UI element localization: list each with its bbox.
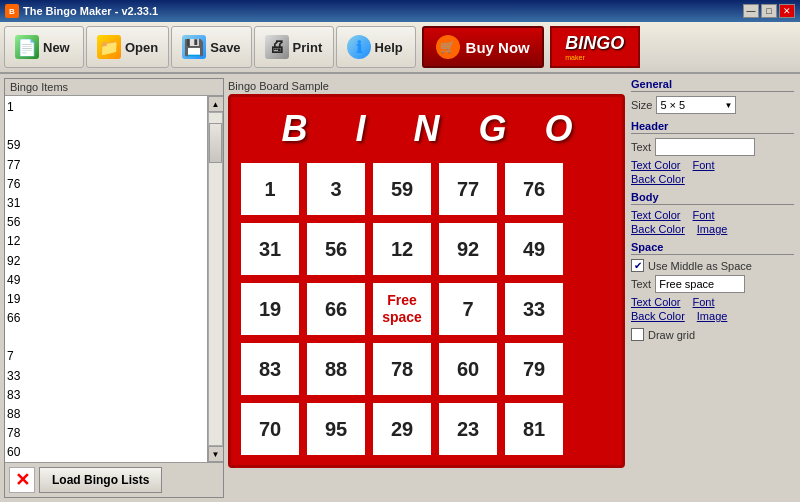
app-icon: B: [5, 4, 19, 18]
list-item[interactable]: 92: [7, 252, 205, 271]
bingo-cell: 29: [371, 401, 433, 457]
bingo-cell: 12: [371, 221, 433, 277]
bingo-cell: 19: [239, 281, 301, 337]
bingo-letter-i: I: [330, 105, 392, 153]
list-item[interactable]: 83: [7, 386, 205, 405]
list-item[interactable]: 31: [7, 194, 205, 213]
main-content: Bingo Items 1 59 77 76 31 56 12 92 49 19…: [0, 74, 800, 502]
scroll-thumb[interactable]: [209, 123, 222, 163]
body-back-color-link[interactable]: Back Color: [631, 223, 685, 235]
scroll-down-button[interactable]: ▼: [208, 446, 224, 462]
new-button[interactable]: 📄 New: [4, 26, 84, 68]
buy-now-icon: 🛒: [436, 35, 460, 59]
list-item[interactable]: 88: [7, 405, 205, 424]
list-item[interactable]: 60: [7, 443, 205, 462]
open-icon: 📁: [97, 35, 121, 59]
open-label: Open: [125, 40, 158, 55]
body-font-link[interactable]: Font: [693, 209, 715, 221]
bingo-letter-o: O: [528, 105, 590, 153]
window-controls[interactable]: — □ ✕: [743, 4, 795, 18]
list-item[interactable]: 76: [7, 175, 205, 194]
minimize-button[interactable]: —: [743, 4, 759, 18]
buy-now-button[interactable]: 🛒 Buy Now: [422, 26, 544, 68]
list-item[interactable]: 12: [7, 232, 205, 251]
board-sample-header: Bingo Board Sample: [228, 78, 625, 94]
body-text-color-link[interactable]: Text Color: [631, 209, 681, 221]
save-button[interactable]: 💾 Save: [171, 26, 251, 68]
bingo-cell: 81: [503, 401, 565, 457]
list-scrollbar[interactable]: ▲ ▼: [207, 96, 223, 462]
bingo-letter-g: G: [462, 105, 524, 153]
bingo-cell: 79: [503, 341, 565, 397]
list-item[interactable]: 49: [7, 271, 205, 290]
logo-sub: maker: [565, 54, 624, 61]
maximize-button[interactable]: □: [761, 4, 777, 18]
list-item[interactable]: [7, 328, 205, 347]
delete-icon: ✕: [15, 469, 30, 491]
list-item[interactable]: 78: [7, 424, 205, 443]
header-font-link[interactable]: Font: [693, 159, 715, 171]
space-text-color-font-row: Text Color Font: [631, 296, 794, 308]
body-section: Body Text Color Font Back Color Image: [631, 191, 794, 235]
draw-grid-row: Draw grid: [631, 328, 794, 341]
save-label: Save: [210, 40, 240, 55]
use-middle-space-checkbox[interactable]: ✔: [631, 259, 644, 272]
bingo-cell: 92: [437, 221, 499, 277]
draw-grid-label: Draw grid: [648, 329, 695, 341]
header-back-color-link[interactable]: Back Color: [631, 173, 685, 185]
list-item[interactable]: 66: [7, 309, 205, 328]
close-button[interactable]: ✕: [779, 4, 795, 18]
header-color-font-row: Text Color Font: [631, 159, 794, 171]
list-item[interactable]: 59: [7, 136, 205, 155]
size-value: 5 × 5: [660, 99, 685, 111]
use-middle-space-label: Use Middle as Space: [648, 260, 752, 272]
bingo-cell: 7: [437, 281, 499, 337]
list-item[interactable]: 1: [7, 98, 205, 117]
header-text-input[interactable]: [655, 138, 755, 156]
space-text-row: Text: [631, 275, 794, 293]
space-text-input[interactable]: [655, 275, 745, 293]
space-section-title: Space: [631, 241, 794, 255]
print-button[interactable]: 🖨 Print: [254, 26, 334, 68]
size-label: Size: [631, 99, 652, 111]
open-button[interactable]: 📁 Open: [86, 26, 169, 68]
list-item[interactable]: 19: [7, 290, 205, 309]
list-item[interactable]: 77: [7, 156, 205, 175]
bottom-bar: ✕ Load Bingo Lists: [5, 462, 223, 497]
body-image-link[interactable]: Image: [697, 223, 728, 235]
draw-grid-checkbox[interactable]: [631, 328, 644, 341]
bingo-letter-b: B: [264, 105, 326, 153]
bingo-row-3: 19 66 Free space 7 33: [239, 281, 614, 337]
list-item[interactable]: 33: [7, 367, 205, 386]
scroll-up-button[interactable]: ▲: [208, 96, 224, 112]
size-select[interactable]: 5 × 5 ▼: [656, 96, 736, 114]
toolbar: 📄 New 📁 Open 💾 Save 🖨 Print ℹ Help 🛒 Buy…: [0, 22, 800, 74]
body-back-color-image-row: Back Color Image: [631, 223, 794, 235]
size-row: Size 5 × 5 ▼: [631, 96, 794, 114]
space-font-link[interactable]: Font: [693, 296, 715, 308]
list-item[interactable]: 56: [7, 213, 205, 232]
help-button[interactable]: ℹ Help: [336, 26, 416, 68]
space-back-color-link[interactable]: Back Color: [631, 310, 685, 322]
space-image-link[interactable]: Image: [697, 310, 728, 322]
load-bingo-lists-button[interactable]: Load Bingo Lists: [39, 467, 162, 493]
scroll-track[interactable]: [208, 112, 223, 446]
list-item[interactable]: [7, 117, 205, 136]
space-text-color-link[interactable]: Text Color: [631, 296, 681, 308]
bingo-cell: 23: [437, 401, 499, 457]
bingo-logo: BINGO maker: [550, 26, 640, 68]
bingo-items-list[interactable]: 1 59 77 76 31 56 12 92 49 19 66 7 33 83 …: [5, 96, 207, 462]
bingo-cell: 95: [305, 401, 367, 457]
bingo-free-space-cell: Free space: [371, 281, 433, 337]
list-item[interactable]: 7: [7, 347, 205, 366]
header-text-color-link[interactable]: Text Color: [631, 159, 681, 171]
bingo-cell: 49: [503, 221, 565, 277]
bingo-cell: 78: [371, 341, 433, 397]
bingo-board: B I N G O 1 3 59 77 76 31 56 12 92 49: [228, 94, 625, 468]
title-bar: B The Bingo Maker - v2.33.1 — □ ✕: [0, 0, 800, 22]
app-title: The Bingo Maker - v2.33.1: [23, 5, 158, 17]
help-icon: ℹ: [347, 35, 371, 59]
help-label: Help: [375, 40, 403, 55]
delete-button[interactable]: ✕: [9, 467, 35, 493]
bingo-cell: 59: [371, 161, 433, 217]
